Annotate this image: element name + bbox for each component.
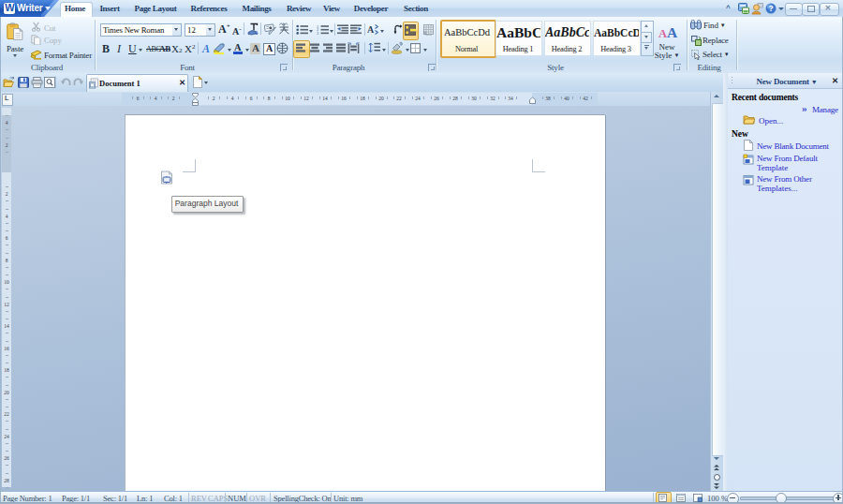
svg-text:A: A [367, 24, 375, 35]
svg-text:?: ? [768, 4, 773, 13]
svg-text:3: 3 [317, 31, 319, 35]
